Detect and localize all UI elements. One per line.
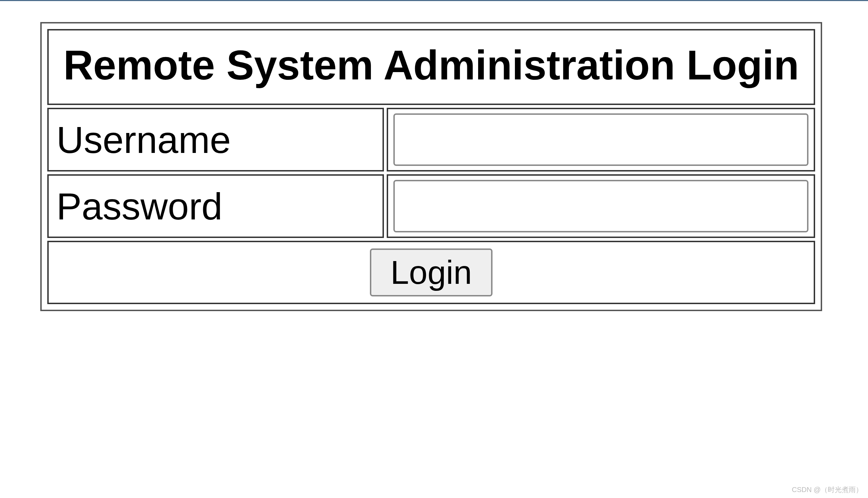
username-label: Username — [47, 108, 384, 171]
watermark: CSDN @（时光煮雨） — [792, 485, 863, 495]
username-input[interactable] — [393, 113, 808, 166]
password-input[interactable] — [393, 180, 808, 232]
username-input-cell — [387, 108, 815, 171]
login-form-container: Remote System Administration Login Usern… — [40, 22, 822, 311]
button-cell: Login — [47, 241, 815, 304]
header-cell: Remote System Administration Login — [47, 29, 815, 105]
login-table: Remote System Administration Login Usern… — [44, 26, 818, 307]
login-button[interactable]: Login — [370, 248, 492, 296]
page-title: Remote System Administration Login — [55, 37, 807, 93]
password-input-cell — [387, 174, 815, 238]
password-label: Password — [47, 174, 384, 238]
